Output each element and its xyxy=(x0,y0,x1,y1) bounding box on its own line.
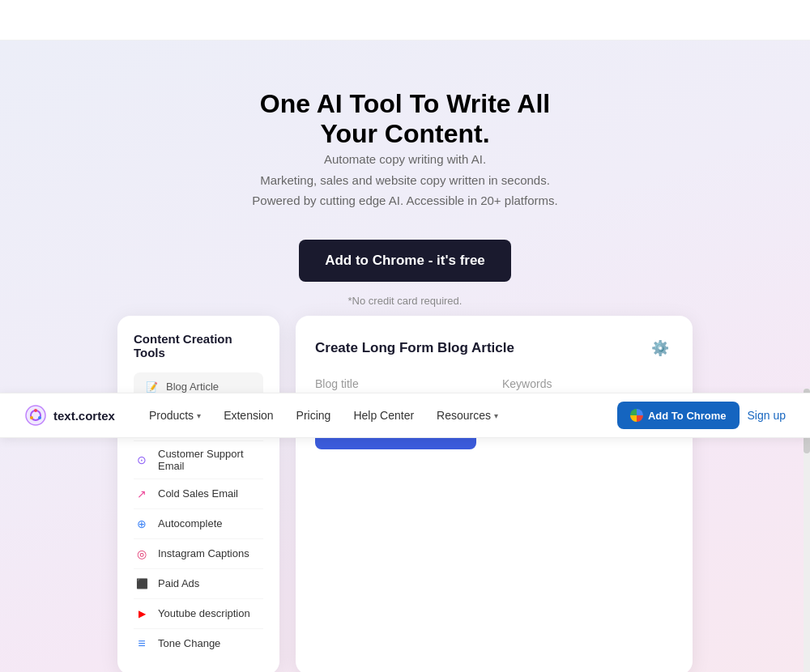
tool-item-youtube[interactable]: Youtube description xyxy=(134,599,263,629)
hero-subtitle: Automate copy writing with AI. Marketing… xyxy=(16,149,794,211)
nav-actions: Add To Chrome Sign up xyxy=(617,402,786,429)
svg-point-3 xyxy=(38,416,41,419)
add-chrome-nav-button[interactable]: Add To Chrome xyxy=(617,402,740,429)
chevron-down-icon-resources: ▾ xyxy=(494,411,498,420)
nav-item-extension[interactable]: Extension xyxy=(214,404,283,427)
no-credit-label: *No credit card required. xyxy=(348,295,463,307)
svg-point-2 xyxy=(34,409,37,412)
add-to-chrome-button[interactable]: Add to Chrome - it's free xyxy=(299,240,511,282)
logo-text: text.cortex xyxy=(53,409,115,423)
svg-point-4 xyxy=(30,416,33,419)
hero-section: One AI Tool To Write All Your Content. A… xyxy=(0,40,810,672)
tool-item-customer-support[interactable]: Customer Support Email xyxy=(134,441,263,479)
nav-item-products[interactable]: Products ▾ xyxy=(139,404,211,427)
cards-row: Content Creation Tools Blog Article Rewr… xyxy=(16,316,794,673)
cold-sales-icon xyxy=(134,486,150,502)
sign-up-link[interactable]: Sign up xyxy=(748,409,786,422)
svg-point-0 xyxy=(26,406,45,425)
top-bar xyxy=(0,0,810,40)
tool-item-autocomplete[interactable]: Autocomplete xyxy=(134,509,263,539)
tool-item-instagram[interactable]: Instagram Captions xyxy=(134,539,263,569)
navbar: text.cortex Products ▾ Extension Pricing… xyxy=(0,393,810,438)
logo-icon xyxy=(24,404,47,427)
tool-item-tone-change[interactable]: Tone Change xyxy=(134,629,263,658)
customer-support-icon xyxy=(134,452,150,468)
tool-item-cold-sales[interactable]: Cold Sales Email xyxy=(134,479,263,509)
google-g-icon xyxy=(630,409,643,422)
chevron-down-icon: ▾ xyxy=(197,411,201,420)
blog-card-title: Create Long Form Blog Article xyxy=(315,340,514,356)
blog-card-header: Create Long Form Blog Article ⚙️ xyxy=(315,335,673,361)
nav-item-pricing[interactable]: Pricing xyxy=(287,404,341,427)
logo-area[interactable]: text.cortex xyxy=(24,404,115,427)
settings-icon[interactable]: ⚙️ xyxy=(647,335,673,361)
youtube-icon xyxy=(134,606,150,622)
facebook-icon xyxy=(134,576,150,592)
autocomplete-icon xyxy=(134,516,150,532)
tools-card: Content Creation Tools Blog Article Rewr… xyxy=(117,316,279,673)
hero-title: One AI Tool To Write All Your Content. xyxy=(16,89,794,149)
nav-item-help-center[interactable]: Help Center xyxy=(343,404,424,427)
instagram-icon xyxy=(134,546,150,562)
tools-card-title: Content Creation Tools xyxy=(134,332,263,359)
tone-change-icon xyxy=(134,636,150,652)
blog-card: Create Long Form Blog Article ⚙️ Blog ti… xyxy=(296,316,693,673)
nav-item-resources[interactable]: Resources ▾ xyxy=(427,404,508,427)
tool-item-paid-ads[interactable]: Paid Ads xyxy=(134,569,263,599)
nav-links: Products ▾ Extension Pricing Help Center… xyxy=(139,404,617,427)
